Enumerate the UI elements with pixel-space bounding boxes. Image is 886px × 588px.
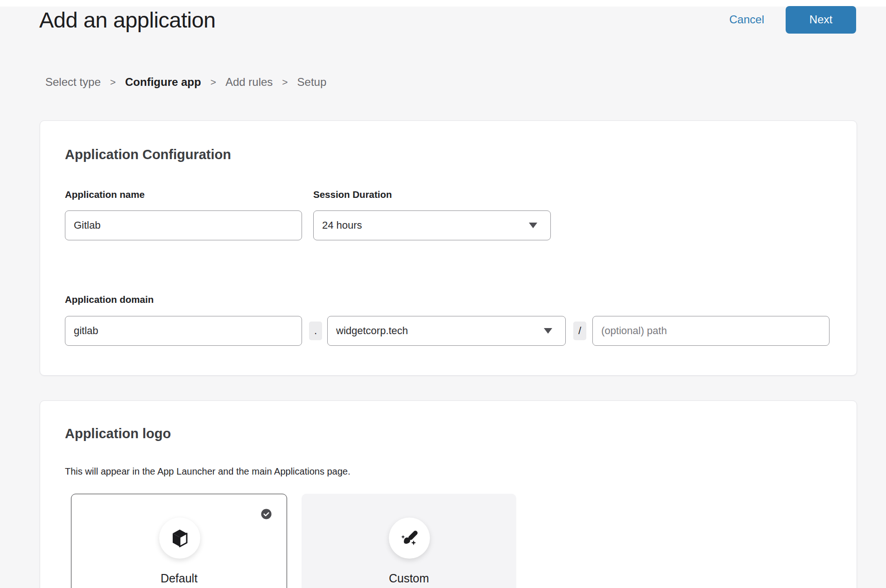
breadcrumb-step-configure-app[interactable]: Configure app <box>125 76 201 89</box>
custom-logo-circle <box>389 518 430 559</box>
cancel-button[interactable]: Cancel <box>729 13 764 26</box>
page-title: Add an application <box>39 7 216 33</box>
application-domain-label: Application domain <box>65 294 154 305</box>
header-actions: Cancel Next <box>729 6 856 34</box>
domain-tld-value: widgetcorp.tech <box>336 325 408 337</box>
application-configuration-card: Application Configuration Application na… <box>40 120 857 376</box>
subdomain-input[interactable] <box>65 316 302 346</box>
logo-option-custom[interactable]: Custom <box>302 494 516 588</box>
paintbrush-icon <box>399 528 420 548</box>
session-duration-value: 24 hours <box>322 219 362 231</box>
application-logo-card: Application logo This will appear in the… <box>40 400 857 588</box>
path-input[interactable] <box>592 316 830 346</box>
chevron-down-icon <box>544 328 552 334</box>
application-name-input[interactable] <box>65 210 302 240</box>
breadcrumb: Select type > Configure app > Add rules … <box>45 76 326 89</box>
breadcrumb-step-add-rules[interactable]: Add rules <box>225 76 273 89</box>
session-duration-select[interactable]: 24 hours <box>313 210 551 240</box>
session-duration-label: Session Duration <box>313 189 392 200</box>
logo-option-default[interactable]: Default <box>71 494 287 588</box>
logo-option-default-label: Default <box>71 572 287 585</box>
config-card-heading: Application Configuration <box>65 147 231 162</box>
default-logo-circle <box>159 518 200 559</box>
application-name-label: Application name <box>65 189 145 200</box>
breadcrumb-separator: > <box>110 77 116 88</box>
domain-slash-separator: / <box>573 322 586 340</box>
check-icon <box>261 509 272 519</box>
domain-dot-separator: . <box>309 322 322 340</box>
logo-card-description: This will appear in the App Launcher and… <box>65 466 351 477</box>
logo-card-heading: Application logo <box>65 426 171 441</box>
chevron-down-icon <box>529 223 537 228</box>
next-button[interactable]: Next <box>786 6 856 34</box>
cube-icon <box>170 528 190 548</box>
domain-tld-select[interactable]: widgetcorp.tech <box>327 316 566 346</box>
breadcrumb-step-select-type[interactable]: Select type <box>45 76 101 89</box>
page-header: Add an application Cancel Next <box>39 5 856 35</box>
breadcrumb-step-setup[interactable]: Setup <box>297 76 327 89</box>
logo-option-custom-label: Custom <box>302 572 516 585</box>
breadcrumb-separator: > <box>282 77 288 88</box>
breadcrumb-separator: > <box>211 77 216 88</box>
